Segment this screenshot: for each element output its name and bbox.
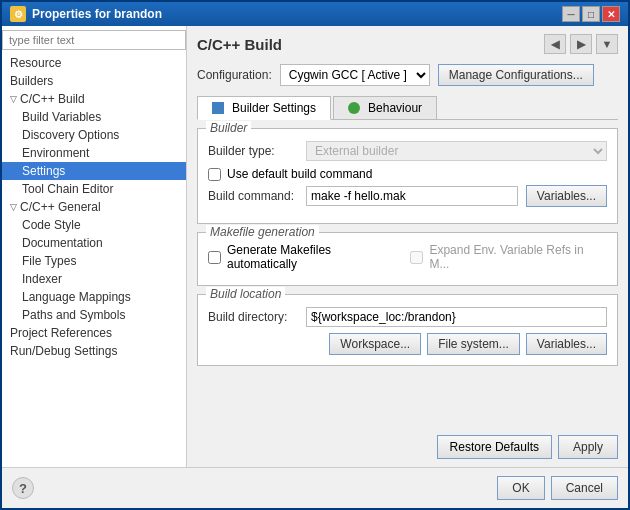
dialog-title: Properties for brandon — [32, 7, 162, 21]
apply-button[interactable]: Apply — [558, 435, 618, 459]
config-select[interactable]: Cygwin GCC [ Active ] — [280, 64, 430, 86]
build-command-variables-button[interactable]: Variables... — [526, 185, 607, 207]
sidebar-item-indexer[interactable]: Indexer — [2, 270, 186, 288]
sidebar-item-project-references[interactable]: Project References — [2, 324, 186, 342]
tab-builder-settings-label: Builder Settings — [232, 101, 316, 115]
sidebar-item-builders[interactable]: Builders — [2, 72, 186, 90]
bottom-bar: ? OK Cancel — [2, 467, 628, 508]
expand-icon-cpp-build: ▽ — [10, 94, 17, 104]
use-default-label: Use default build command — [227, 167, 372, 181]
build-location-variables-button[interactable]: Variables... — [526, 333, 607, 355]
sidebar-item-build-variables[interactable]: Build Variables — [2, 108, 186, 126]
sidebar-item-environment[interactable]: Environment — [2, 144, 186, 162]
build-command-row: Build command: Variables... — [208, 185, 607, 207]
use-default-row: Use default build command — [208, 167, 607, 181]
tab-behaviour[interactable]: Behaviour — [333, 96, 437, 119]
generate-makefiles-checkbox[interactable] — [208, 251, 221, 264]
main-panel: C/C++ Build ◀ ▶ ▼ Configuration: Cygwin … — [187, 26, 628, 467]
generate-makefiles-label: Generate Makefiles automatically — [227, 243, 404, 271]
generate-makefiles-row: Generate Makefiles automatically Expand … — [208, 243, 607, 271]
expand-env-checkbox[interactable] — [410, 251, 423, 264]
nav-back-button[interactable]: ◀ — [544, 34, 566, 54]
maximize-button[interactable]: □ — [582, 6, 600, 22]
sidebar-item-run-debug-settings[interactable]: Run/Debug Settings — [2, 342, 186, 360]
builder-group-title: Builder — [206, 121, 251, 135]
build-dir-input[interactable] — [306, 307, 607, 327]
build-location-group: Build location Build directory: Workspac… — [197, 294, 618, 366]
content-area: Builder Builder type: External builder U… — [197, 128, 618, 427]
builder-type-select[interactable]: External builder — [306, 141, 607, 161]
sidebar-group-cpp-build[interactable]: ▽ C/C++ Build — [2, 90, 186, 108]
header-nav: ◀ ▶ ▼ — [544, 34, 618, 54]
ok-button[interactable]: OK — [497, 476, 544, 500]
makefile-group: Makefile generation Generate Makefiles a… — [197, 232, 618, 286]
restore-apply-row: Restore Defaults Apply — [197, 435, 618, 459]
makefile-group-title: Makefile generation — [206, 225, 319, 239]
tab-bar: Builder Settings Behaviour — [197, 96, 618, 120]
filter-input[interactable] — [2, 30, 186, 50]
expand-env-label: Expand Env. Variable Refs in M... — [429, 243, 607, 271]
builder-type-label: Builder type: — [208, 144, 298, 158]
config-label: Configuration: — [197, 68, 272, 82]
dialog-window: ⚙ Properties for brandon ─ □ ✕ Resource … — [0, 0, 630, 510]
builder-settings-tab-icon — [212, 102, 224, 114]
minimize-button[interactable]: ─ — [562, 6, 580, 22]
title-bar-left: ⚙ Properties for brandon — [10, 6, 162, 22]
sidebar-item-discovery-options[interactable]: Discovery Options — [2, 126, 186, 144]
build-command-label: Build command: — [208, 189, 298, 203]
title-bar: ⚙ Properties for brandon ─ □ ✕ — [2, 2, 628, 26]
builder-group: Builder Builder type: External builder U… — [197, 128, 618, 224]
build-command-input[interactable] — [306, 186, 518, 206]
tab-builder-settings[interactable]: Builder Settings — [197, 96, 331, 120]
sidebar-item-file-types[interactable]: File Types — [2, 252, 186, 270]
panel-header: C/C++ Build ◀ ▶ ▼ — [197, 34, 618, 54]
title-bar-controls: ─ □ ✕ — [562, 6, 620, 22]
help-button[interactable]: ? — [12, 477, 34, 499]
tab-behaviour-label: Behaviour — [368, 101, 422, 115]
build-location-group-title: Build location — [206, 287, 285, 301]
workspace-button[interactable]: Workspace... — [329, 333, 421, 355]
expand-icon-cpp-general: ▽ — [10, 202, 17, 212]
manage-configurations-button[interactable]: Manage Configurations... — [438, 64, 594, 86]
bottom-right-buttons: OK Cancel — [497, 476, 618, 500]
sidebar-group-cpp-general[interactable]: ▽ C/C++ General — [2, 198, 186, 216]
sidebar-item-paths-symbols[interactable]: Paths and Symbols — [2, 306, 186, 324]
sidebar-item-cpp-build-label: C/C++ Build — [20, 92, 85, 106]
sidebar-item-language-mappings[interactable]: Language Mappings — [2, 288, 186, 306]
sidebar: Resource Builders ▽ C/C++ Build Build Va… — [2, 26, 187, 467]
build-location-btn-row: Workspace... File system... Variables... — [208, 333, 607, 355]
build-dir-row: Build directory: — [208, 307, 607, 327]
sidebar-item-cpp-general-label: C/C++ General — [20, 200, 101, 214]
build-dir-label: Build directory: — [208, 310, 298, 324]
restore-defaults-button[interactable]: Restore Defaults — [437, 435, 552, 459]
panel-title: C/C++ Build — [197, 36, 282, 53]
builder-type-row: Builder type: External builder — [208, 141, 607, 161]
nav-dropdown-button[interactable]: ▼ — [596, 34, 618, 54]
sidebar-item-tool-chain-editor[interactable]: Tool Chain Editor — [2, 180, 186, 198]
dialog-body: Resource Builders ▽ C/C++ Build Build Va… — [2, 26, 628, 467]
behaviour-tab-icon — [348, 102, 360, 114]
cancel-button[interactable]: Cancel — [551, 476, 618, 500]
file-system-button[interactable]: File system... — [427, 333, 520, 355]
sidebar-item-resource[interactable]: Resource — [2, 54, 186, 72]
close-button[interactable]: ✕ — [602, 6, 620, 22]
dialog-icon: ⚙ — [10, 6, 26, 22]
config-row: Configuration: Cygwin GCC [ Active ] Man… — [197, 64, 618, 86]
sidebar-item-settings[interactable]: Settings — [2, 162, 186, 180]
sidebar-item-documentation[interactable]: Documentation — [2, 234, 186, 252]
use-default-checkbox[interactable] — [208, 168, 221, 181]
nav-forward-button[interactable]: ▶ — [570, 34, 592, 54]
sidebar-item-code-style[interactable]: Code Style — [2, 216, 186, 234]
